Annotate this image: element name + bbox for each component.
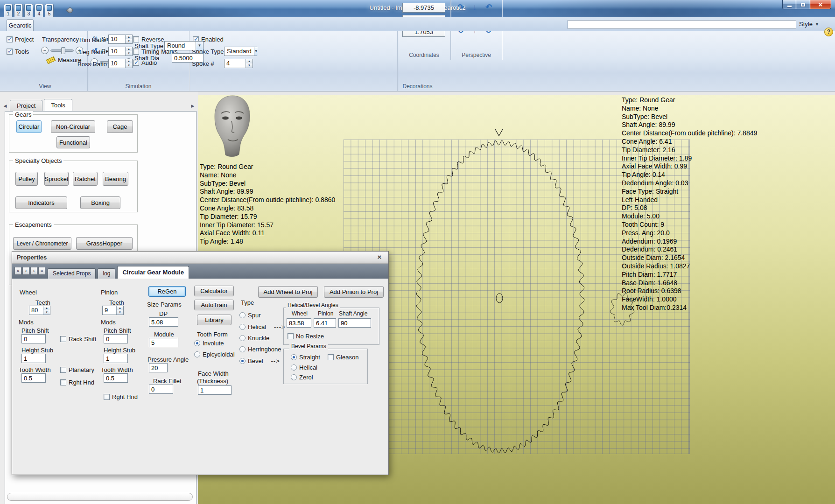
reverse-checkbox[interactable]: Reverse bbox=[133, 36, 164, 43]
spin-down-icon[interactable]: ▼ bbox=[43, 310, 50, 315]
angles-wheel-input[interactable] bbox=[287, 318, 311, 328]
close-button[interactable]: × bbox=[810, 0, 831, 9]
slider-thumb[interactable] bbox=[61, 47, 65, 54]
properties-titlebar[interactable]: Properties × bbox=[12, 252, 388, 264]
circular-button[interactable]: Circular bbox=[16, 120, 42, 133]
gleason-checkbox[interactable]: Gleason bbox=[328, 354, 358, 361]
straight-radio[interactable]: Straight bbox=[291, 354, 320, 361]
spin-up-icon[interactable]: ▲ bbox=[126, 59, 132, 63]
panel-scrollbar[interactable] bbox=[7, 493, 193, 501]
angles-pinion-input[interactable] bbox=[314, 318, 336, 328]
tab-project[interactable]: Project bbox=[10, 100, 42, 111]
pinion-height-stub-input[interactable] bbox=[104, 354, 128, 363]
tools-checkbox[interactable]: Tools bbox=[7, 48, 29, 55]
tab-circular-gear-module[interactable]: Circular Gear Module bbox=[117, 266, 189, 279]
module-input[interactable] bbox=[149, 338, 178, 347]
pan-down-icon[interactable]: ↓ bbox=[469, 2, 481, 13]
pinion-rght-hnd-checkbox[interactable]: Rght Hnd bbox=[104, 393, 138, 400]
spin-up-icon[interactable]: ▲ bbox=[246, 59, 253, 63]
epicycloidal-radio[interactable]: Epicycloidal bbox=[194, 351, 235, 358]
boxing-button[interactable]: Boxing bbox=[80, 196, 120, 209]
spur-radio[interactable]: Spur bbox=[239, 312, 260, 319]
pressure-angle-input[interactable] bbox=[149, 363, 168, 372]
wheel-rght-hnd-checkbox[interactable]: Rght Hnd bbox=[60, 379, 94, 386]
style-dropdown[interactable]: Style ▼ bbox=[799, 21, 819, 28]
maximize-button[interactable] bbox=[796, 0, 810, 9]
rack-shift-checkbox[interactable]: Rack Shift bbox=[60, 336, 96, 343]
bevel-helical-radio[interactable]: Helical bbox=[291, 364, 317, 371]
helical-radio[interactable]: Helical---> bbox=[239, 323, 286, 330]
ratchet-button[interactable]: Ratchet bbox=[73, 172, 98, 186]
bevel-radio[interactable]: Bevel--> bbox=[239, 357, 280, 364]
transparency-slider[interactable]: − + bbox=[41, 47, 83, 54]
spin-up-icon[interactable]: ▲ bbox=[126, 47, 132, 51]
rotate-ccw-icon[interactable]: ↶ bbox=[483, 2, 495, 13]
spoke-count-spinner[interactable]: 4 ▲▼ bbox=[224, 59, 253, 68]
no-resize-checkbox[interactable]: No Resize bbox=[288, 333, 324, 340]
tab-nav-first-button[interactable]: « bbox=[14, 267, 21, 275]
chevron-down-icon[interactable]: ▼ bbox=[196, 42, 203, 50]
spin-up-icon[interactable]: ▲ bbox=[126, 35, 132, 39]
wheel-pitch-shift-input[interactable] bbox=[21, 334, 46, 343]
spin-down-icon[interactable]: ▼ bbox=[126, 39, 132, 43]
measure-control[interactable]: Measure bbox=[47, 56, 82, 63]
spin-down-icon[interactable]: ▼ bbox=[117, 310, 123, 315]
rotate-cw-icon[interactable]: ↷ bbox=[455, 2, 467, 13]
tab-log[interactable]: log bbox=[98, 268, 115, 279]
non-circular-button[interactable]: Non-Circular bbox=[51, 120, 95, 133]
pinion-pitch-shift-input[interactable] bbox=[104, 334, 128, 343]
tab-nav-next-button[interactable]: › bbox=[30, 267, 37, 275]
wheel-teeth-spinner[interactable]: 80 ▲▼ bbox=[29, 306, 50, 315]
slider-track[interactable] bbox=[50, 49, 74, 52]
dp-input[interactable] bbox=[149, 317, 178, 327]
lever-chronometer-button[interactable]: Lever / Chronometer bbox=[13, 237, 71, 250]
spin-up-icon[interactable]: ▲ bbox=[117, 306, 123, 310]
spin-up-icon[interactable]: ▲ bbox=[43, 306, 50, 310]
boss-ratio-spinner[interactable]: 10 ▲▼ bbox=[108, 59, 133, 68]
calculator-button[interactable]: Calculator bbox=[194, 286, 234, 296]
properties-close-button[interactable]: × bbox=[375, 253, 384, 262]
tab-nav-last-button[interactable]: » bbox=[38, 267, 45, 275]
spin-down-icon[interactable]: ▼ bbox=[126, 63, 132, 68]
cage-button[interactable]: Cage bbox=[107, 120, 133, 133]
face-width-input[interactable] bbox=[198, 385, 232, 395]
library-button[interactable]: Library bbox=[197, 315, 232, 325]
tab-selected-props[interactable]: Selected Props bbox=[48, 268, 96, 279]
leg-ratio-spinner[interactable]: 10 ▲▼ bbox=[108, 47, 133, 56]
panel-tabs-scroll-left-icon[interactable]: ◀ bbox=[2, 104, 8, 108]
spoke-type-dropdown[interactable]: Standard ▼ bbox=[224, 47, 257, 56]
bearing-button[interactable]: Bearing bbox=[103, 172, 128, 186]
functional-button[interactable]: Functional bbox=[56, 136, 90, 148]
pinion-teeth-spinner[interactable]: 9 ▲▼ bbox=[102, 306, 124, 315]
chevron-down-icon[interactable]: ▼ bbox=[254, 47, 258, 56]
spin-down-icon[interactable]: ▼ bbox=[246, 63, 253, 68]
angles-shaft-angle-input[interactable] bbox=[338, 318, 371, 328]
grasshopper-button[interactable]: GrassHopper bbox=[76, 237, 133, 250]
pinion-tooth-width-input[interactable] bbox=[104, 373, 128, 383]
pulley-button[interactable]: Pulley bbox=[15, 172, 38, 186]
add-wheel-to-proj-button[interactable]: Add Wheel to Proj bbox=[258, 286, 318, 298]
planetary-checkbox[interactable]: Planetary bbox=[60, 366, 94, 373]
wheel-height-stub-input[interactable] bbox=[21, 354, 46, 363]
add-pinion-to-proj-button[interactable]: Add Pinion to Proj bbox=[324, 286, 384, 298]
sprocket-button[interactable]: Sprocket bbox=[44, 172, 69, 186]
help-button[interactable]: ? bbox=[824, 28, 833, 36]
minimize-button[interactable] bbox=[782, 0, 796, 9]
regen-button[interactable]: ReGen bbox=[148, 286, 186, 297]
herringbone-radio[interactable]: Herringbone bbox=[239, 346, 281, 353]
project-checkbox[interactable]: Project bbox=[7, 36, 34, 43]
autotrain-button[interactable]: AutoTrain bbox=[194, 300, 234, 310]
indicators-button[interactable]: Indicators bbox=[15, 196, 67, 209]
wheel-tooth-width-input[interactable] bbox=[21, 373, 46, 383]
tab-gearotic[interactable]: Gearotic bbox=[7, 19, 34, 31]
shaft-dia-input[interactable] bbox=[172, 53, 203, 63]
style-input[interactable] bbox=[568, 20, 796, 29]
panel-tabs-scroll-right-icon[interactable]: ▶ bbox=[189, 104, 196, 108]
tab-nav-prev-button[interactable]: ‹ bbox=[22, 267, 29, 275]
involute-radio[interactable]: Involute bbox=[194, 340, 224, 347]
slider-minus-button[interactable]: − bbox=[41, 47, 49, 54]
zerol-radio[interactable]: Zerol bbox=[291, 374, 313, 381]
knuckle-radio[interactable]: Knuckle bbox=[239, 335, 269, 342]
shaft-type-dropdown[interactable]: Round ▼ bbox=[164, 41, 203, 50]
rack-fillet-input[interactable] bbox=[149, 385, 173, 394]
